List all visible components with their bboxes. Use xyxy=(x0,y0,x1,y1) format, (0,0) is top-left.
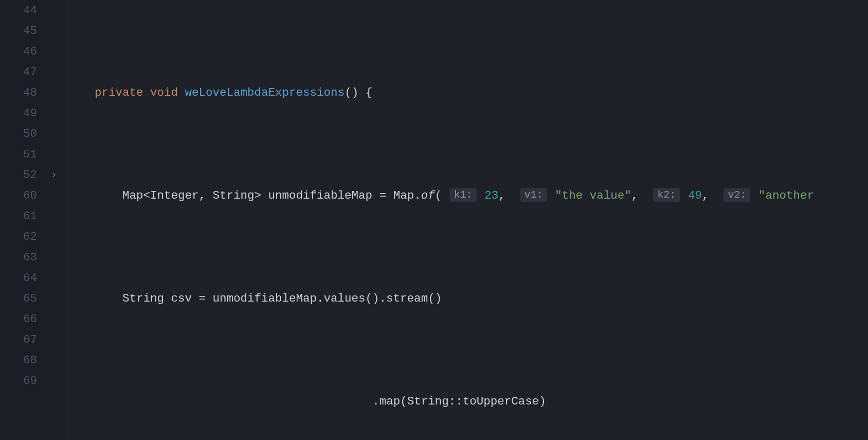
method-name: weLoveLambdaExpressions xyxy=(185,82,345,103)
line-number: 61 xyxy=(0,206,46,226)
text: () { xyxy=(345,82,372,103)
string-literal: "the value" xyxy=(555,185,631,206)
line-number: 44 xyxy=(0,0,46,21)
text: Map<Integer, String> xyxy=(122,185,261,206)
indent xyxy=(67,185,122,206)
line-number: 48 xyxy=(0,82,46,103)
text: , xyxy=(631,185,653,206)
space xyxy=(548,185,555,206)
align xyxy=(122,391,372,412)
parameter-hint: k1: xyxy=(450,188,477,202)
line-number: 68 xyxy=(0,350,46,371)
keyword-void: void xyxy=(150,82,178,103)
code-line[interactable]: Map<Integer, String> unmodifiableMap = M… xyxy=(67,185,868,206)
gutter: 44 45 46 47 48 49 50 51 52 60 61 62 63 6… xyxy=(0,0,46,440)
indent xyxy=(67,288,122,309)
space xyxy=(143,82,151,103)
space xyxy=(478,185,485,206)
number-literal: 23 xyxy=(484,185,498,206)
indent xyxy=(67,82,95,103)
parameter-hint: v2: xyxy=(724,188,750,202)
keyword-private: private xyxy=(95,82,143,103)
fold-column xyxy=(46,0,67,440)
line-number: 51 xyxy=(0,144,46,165)
chevron-right-icon[interactable] xyxy=(49,170,59,180)
space xyxy=(178,82,185,103)
text: Map. xyxy=(393,185,421,206)
text: , xyxy=(498,185,519,206)
line-number: 66 xyxy=(0,309,46,329)
line-number: 52 xyxy=(0,165,46,185)
code-line[interactable]: private void weLoveLambdaExpressions() { xyxy=(67,82,868,103)
string-literal: "another xyxy=(758,185,814,206)
space xyxy=(751,185,758,206)
text: , xyxy=(702,185,723,206)
code-line[interactable]: String csv = unmodifiableMap.values().st… xyxy=(67,288,868,309)
line-number: 69 xyxy=(0,371,46,391)
line-number: 45 xyxy=(0,21,46,41)
line-number: 64 xyxy=(0,268,46,288)
parameter-hint: v1: xyxy=(520,188,547,202)
line-number: 49 xyxy=(0,103,46,124)
line-number: 50 xyxy=(0,124,46,144)
text: unmodifiableMap xyxy=(268,185,373,206)
line-number: 65 xyxy=(0,288,46,309)
space xyxy=(681,185,688,206)
line-number: 46 xyxy=(0,41,46,62)
line-number: 60 xyxy=(0,185,46,206)
line-number: 67 xyxy=(0,329,46,350)
parameter-hint: k2: xyxy=(653,188,680,202)
static-method: of xyxy=(421,185,435,206)
line-number: 63 xyxy=(0,247,46,268)
number-literal: 49 xyxy=(688,185,702,206)
space xyxy=(261,185,268,206)
line-number: 47 xyxy=(0,62,46,82)
text: ( xyxy=(435,185,449,206)
line-number: 62 xyxy=(0,226,46,247)
code-line[interactable]: .map(String::toUpperCase) xyxy=(67,391,868,412)
text: = xyxy=(372,185,393,206)
code-editor[interactable]: 44 45 46 47 48 49 50 51 52 60 61 62 63 6… xyxy=(0,0,868,440)
code-content[interactable]: private void weLoveLambdaExpressions() {… xyxy=(67,0,868,440)
indent xyxy=(67,391,122,412)
text: String csv = unmodifiableMap.values().st… xyxy=(122,288,442,309)
text: .map(String::toUpperCase) xyxy=(372,391,546,412)
